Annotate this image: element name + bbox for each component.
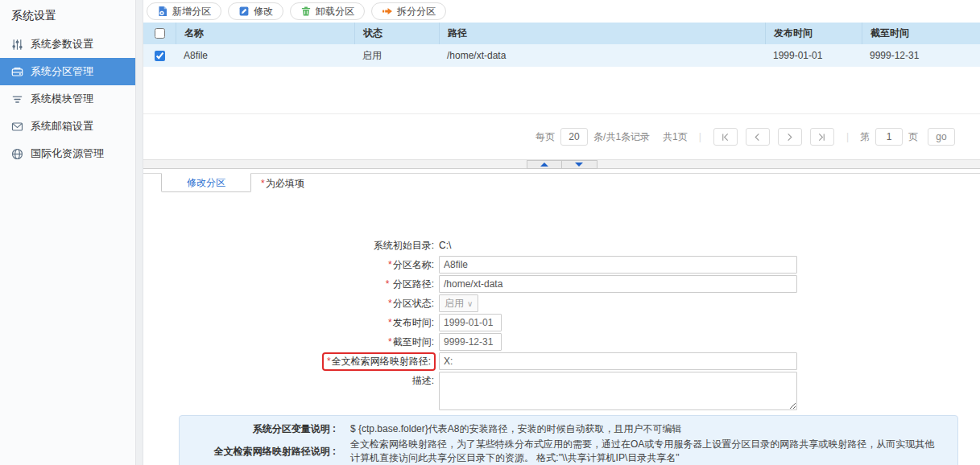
required-note: *为必填项 [261,177,304,191]
first-page-icon [721,133,730,142]
unload-partition-button[interactable]: 卸载分区 [290,2,365,20]
triangle-up-icon [540,163,548,167]
sidebar-item-label: 系统模块管理 [31,92,93,106]
select-all-cell [143,23,176,44]
select-all-checkbox[interactable] [155,28,165,39]
page-prefix-label: 第 [860,130,870,144]
sidebar: 系统设置 系统参数设置 系统分区管理 系统模块管理 系统邮箱设置 国际化资源管理 [0,0,135,465]
sidebar-item-系统邮箱设置[interactable]: 系统邮箱设置 [0,113,135,140]
modules-icon [11,93,23,105]
cell-path: /home/xt-data [439,44,765,67]
sidebar-item-label: 系统邮箱设置 [31,119,93,134]
required-star: * [388,317,392,328]
collapse-up-button[interactable] [527,160,562,169]
highlighted-field-label: *全文检索网络映射路径: [322,352,436,371]
required-star: * [386,278,390,290]
required-note-text: 为必填项 [266,178,304,189]
field-label-cell: * 分区路径: [143,275,439,293]
triangle-down-icon [575,163,583,167]
row-checkbox[interactable] [155,51,165,61]
edit-partition-panel: 修改分区 *为必填项 系统初始目录: C:\ *分区名称: * 分区路径: *分… [143,169,980,465]
field-label: *分区状态: [388,297,434,311]
form-row-fulltext-mapping-path: *全文检索网络映射路径: [143,352,980,370]
fulltext-mapping-path-input[interactable] [439,352,797,370]
form-row-description: 描述: [143,372,980,410]
cell-status: 启用 [354,44,439,67]
column-header-状态: 状态 [354,23,439,44]
partition-path-input[interactable] [439,275,797,293]
app-root: 系统设置 系统参数设置 系统分区管理 系统模块管理 系统邮箱设置 国际化资源管理… [0,0,980,465]
field-label: 描述: [412,374,434,388]
field-label: 系统初始目录: [374,239,434,253]
trash-icon [300,6,312,17]
sidebar-item-label: 国际化资源管理 [31,146,104,161]
toolbar: 新增分区 修改 卸载分区 拆分分区 [143,0,980,23]
partition-status-select[interactable]: 启用∨ [439,294,478,312]
first-page-button[interactable] [713,128,738,146]
column-header-路径: 路径 [439,23,765,44]
info-label: 系统分区变量说明 : [180,422,350,436]
drive-icon [11,66,23,78]
go-button[interactable]: go [928,128,955,146]
sidebar-item-系统参数设置[interactable]: 系统参数设置 [0,31,135,58]
sidebar-item-系统模块管理[interactable]: 系统模块管理 [0,85,135,113]
description-textarea[interactable] [439,372,797,410]
field-label-cell: *截至时间: [143,333,439,351]
publish-date-input[interactable] [439,314,502,331]
page-suffix-label: 页 [908,130,918,144]
column-header-截至时间: 截至时间 [862,23,980,44]
collapse-down-button[interactable] [562,160,598,169]
globe-icon [11,148,23,160]
cell-end-date: 9999-12-31 [862,44,980,67]
per-page-label: 每页 [535,130,555,144]
tab-bar: 修改分区 *为必填项 [143,173,980,192]
next-page-icon [785,133,794,142]
records-count-label: 条/共1条记录 [593,130,650,144]
last-page-icon [817,133,826,142]
form-row-publish-date: *发布时间: [143,314,980,331]
field-label-cell: *全文检索网络映射路径: [143,352,439,370]
info-label: 全文检索网络映射路径说明 : [180,445,350,459]
table-row[interactable]: A8file 启用 /home/xt-data 1999-01-01 9999-… [143,44,980,67]
sliders-icon [11,39,23,51]
main-panel: 新增分区 修改 卸载分区 拆分分区 名称状态路径发布时间截至时间 A8file … [143,0,980,465]
info-box: 系统分区变量说明 : $ {ctp.base.folder}代表A8的安装路径，… [179,415,958,465]
partition-name-input[interactable] [439,256,797,274]
field-control-cell [439,314,502,331]
total-pages-label: 共1页 [663,130,688,144]
field-label-cell: 系统初始目录: [143,237,439,254]
split-partition-button[interactable]: 拆分分区 [371,2,446,20]
page-number-input[interactable]: 1 [875,128,903,146]
field-control-cell [439,352,797,370]
column-header-发布时间: 发布时间 [765,23,862,44]
sidebar-splitter[interactable] [135,0,143,465]
form-row-partition-path: * 分区路径: [143,275,980,293]
sidebar-item-label: 系统分区管理 [31,64,93,79]
prev-page-button[interactable] [746,128,770,146]
end-date-input[interactable] [439,333,502,351]
last-page-button[interactable] [810,128,834,146]
sidebar-item-系统分区管理[interactable]: 系统分区管理 [0,58,135,85]
info-row: 全文检索网络映射路径说明 : 全文检索网络映射路径，为了某些特殊分布式应用的需要… [180,438,957,465]
tab-modify-partition[interactable]: 修改分区 [161,173,251,192]
page-size-input[interactable]: 20 [560,128,588,146]
form-row-partition-status: *分区状态: 启用∨ [143,294,980,312]
sidebar-menu: 系统参数设置 系统分区管理 系统模块管理 系统邮箱设置 国际化资源管理 [0,31,135,167]
field-control-cell [439,333,502,351]
required-star: * [388,259,392,270]
table-empty-area [143,67,980,114]
field-label-cell: *分区状态: [143,294,439,312]
table-body: A8file 启用 /home/xt-data 1999-01-01 9999-… [143,44,980,67]
pagination-nav [709,128,838,146]
column-header-名称: 名称 [176,23,354,44]
info-text: $ {ctp.base.folder}代表A8的安装路径，安装的时候自动获取，且… [350,422,957,436]
next-page-button[interactable] [778,128,802,146]
add-partition-button[interactable]: 新增分区 [147,2,221,20]
button-label: 新增分区 [172,5,211,19]
modify-button[interactable]: 修改 [228,2,283,20]
required-star: * [261,178,265,189]
form-row-partition-name: *分区名称: [143,256,980,274]
info-text: 全文检索网络映射路径，为了某些特殊分布式应用的需要，通过在OA或专用服务器上设置… [350,438,957,465]
sidebar-item-国际化资源管理[interactable]: 国际化资源管理 [0,140,135,167]
prev-page-icon [753,133,762,142]
